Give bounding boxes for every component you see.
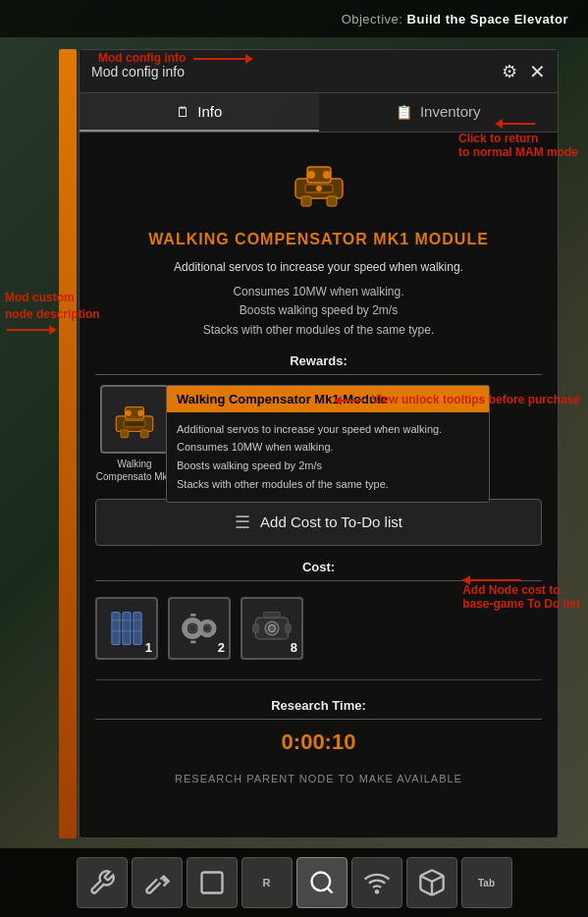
left-accent-bar: [59, 49, 77, 838]
status-message: RESEARCH PARENT NODE TO MAKE AVAILABLE: [175, 773, 462, 784]
inventory-tab-icon: 📋: [396, 104, 412, 120]
detail-2: Stacks with other modules of the same ty…: [95, 321, 542, 340]
svg-rect-13: [140, 430, 148, 438]
main-desc: Additional servos to increase your speed…: [95, 258, 542, 277]
svg-point-3: [323, 171, 331, 179]
tooltip-popup: Walking Compensator Mk1 Module Additiona…: [166, 385, 490, 503]
svg-rect-4: [301, 196, 311, 206]
svg-rect-15: [112, 612, 120, 644]
svg-rect-33: [264, 612, 281, 618]
tooltip-body: Additional servos to increase your speed…: [167, 412, 489, 502]
toolbar-item-r[interactable]: R: [241, 857, 293, 908]
svg-rect-26: [190, 614, 196, 617]
info-tab-label: Info: [197, 103, 222, 120]
description-block: Additional servos to increase your speed…: [95, 258, 542, 340]
tab-inventory[interactable]: 📋 Inventory: [319, 93, 559, 132]
objective-text: Objective: Build the Space Elevator: [342, 12, 568, 27]
tooltip-detail-2: Stacks with other modules of the same ty…: [177, 475, 479, 494]
modal-header-icons: ⚙ ✕: [502, 61, 546, 82]
modal-header: Mod config info ⚙ ✕: [80, 50, 558, 93]
toolbar-item-signal[interactable]: [351, 857, 402, 908]
svg-rect-25: [198, 625, 201, 631]
toolbar-item-package[interactable]: [406, 857, 457, 908]
svg-rect-27: [190, 640, 196, 643]
svg-rect-5: [327, 196, 337, 206]
detail-0: Consumes 10MW when walking.: [95, 283, 542, 301]
svg-point-30: [269, 624, 276, 631]
research-time-label: Research Time:: [95, 698, 542, 720]
divider: [95, 679, 542, 680]
cost-icon-box-2: 8: [241, 597, 303, 660]
reward-icon-box: [100, 385, 169, 454]
rewards-label: Rewards:: [95, 353, 542, 375]
toolbar-item-wrench[interactable]: [77, 857, 128, 908]
svg-point-21: [188, 624, 196, 632]
svg-point-7: [316, 186, 322, 191]
tooltip-header: Walking Compensator Mk1 Module: [167, 386, 489, 412]
cost-row: 1: [95, 591, 542, 666]
tooltip-detail-1: Boosts walking speed by 2m/s: [177, 457, 479, 475]
cost-label: Cost:: [95, 560, 542, 581]
cost-item-2: 8: [241, 597, 303, 660]
reward-label: Walking Compensato Mk1: [95, 458, 174, 483]
cost-icon-box-1: 2: [168, 597, 231, 660]
svg-point-11: [137, 409, 143, 415]
cost-qty-2: 8: [291, 640, 297, 655]
svg-rect-34: [201, 873, 222, 893]
svg-rect-14: [124, 420, 145, 426]
toolbar-item-search[interactable]: [296, 857, 347, 908]
add-todo-button[interactable]: ☰ Add Cost to To-Do list: [95, 499, 542, 546]
modal-title: Mod config info: [91, 64, 185, 80]
cost-item-0: 1: [95, 597, 158, 660]
cost-qty-0: 1: [145, 640, 152, 655]
cost-icon-0: [105, 607, 148, 650]
reward-card[interactable]: Walking Compensato Mk1: [95, 385, 174, 483]
svg-rect-16: [123, 612, 131, 644]
inventory-tab-label: Inventory: [420, 103, 481, 120]
gear-icon: ⚙: [502, 61, 517, 82]
tooltip-main-desc: Additional servos to increase your speed…: [177, 420, 479, 439]
tabs-row: 🗒 Info 📋 Inventory: [80, 93, 558, 133]
content-area: WALKING COMPENSATOR MK1 MODULE Additiona…: [80, 133, 558, 837]
toolbar-item-block[interactable]: [187, 857, 238, 908]
research-time-value: 0:00:10: [282, 729, 356, 755]
tooltip-detail-0: Consumes 10MW when walking.: [177, 438, 479, 457]
svg-point-10: [126, 409, 132, 415]
module-title: WALKING COMPENSATOR MK1 MODULE: [148, 231, 489, 248]
reward-card-wrapper: Walking Compensato Mk1 Walking Compensat…: [95, 385, 542, 483]
cost-qty-1: 2: [218, 640, 225, 655]
tab-info[interactable]: 🗒 Info: [80, 93, 319, 132]
cost-icon-1: [178, 607, 221, 650]
reward-item-icon: [110, 395, 159, 444]
cost-icon-box-0: 1: [95, 597, 158, 660]
detail-1: Boosts walking speed by 2m/s: [95, 301, 542, 320]
svg-point-37: [375, 890, 377, 892]
cost-item-1: 2: [168, 597, 231, 660]
svg-rect-24: [185, 625, 187, 631]
modal-panel: Mod config info ⚙ ✕ 🗒 Info 📋 Inventory: [79, 49, 559, 838]
cost-icon-2: [250, 607, 294, 650]
add-todo-label: Add Cost to To-Do list: [260, 513, 402, 530]
toolbar-item-tab[interactable]: Tab: [461, 857, 512, 908]
gear-button[interactable]: ⚙: [502, 61, 517, 82]
module-icon: [288, 151, 350, 214]
svg-rect-17: [134, 612, 141, 644]
svg-point-35: [311, 873, 330, 891]
toolbar-item-hammer[interactable]: [132, 857, 183, 908]
close-icon: ✕: [529, 61, 546, 82]
bottom-toolbar: R Tab: [0, 848, 588, 917]
svg-rect-32: [286, 624, 292, 632]
svg-rect-31: [253, 624, 259, 632]
svg-rect-12: [121, 430, 129, 438]
svg-line-36: [327, 888, 332, 892]
close-button[interactable]: ✕: [529, 62, 546, 81]
top-bar: Objective: Build the Space Elevator: [0, 0, 588, 37]
menu-icon: ☰: [235, 512, 250, 533]
module-icon-wrap: [285, 148, 353, 217]
svg-point-2: [307, 171, 315, 179]
info-tab-icon: 🗒: [176, 104, 189, 120]
svg-point-23: [204, 624, 211, 631]
